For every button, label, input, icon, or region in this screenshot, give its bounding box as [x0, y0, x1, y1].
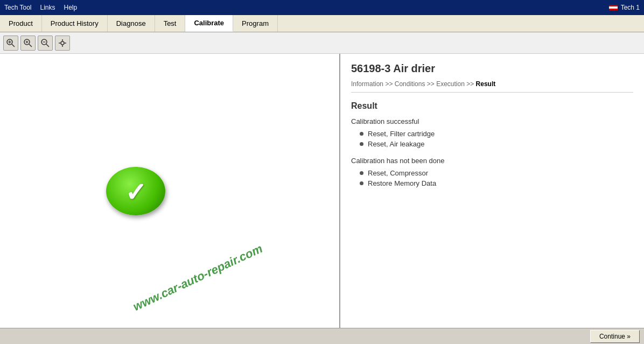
calibration-successful-label: Calibration successful — [351, 117, 633, 125]
menu-tech-tool[interactable]: Tech Tool — [4, 4, 31, 11]
left-panel: ✓ www.car-auto-repair.com — [0, 54, 340, 328]
watermark: www.car-auto-repair.com — [131, 242, 264, 314]
svg-point-11 — [61, 41, 64, 45]
menu-help[interactable]: Help — [64, 4, 78, 11]
breadcrumb-sep-3: >> — [466, 80, 475, 88]
breadcrumb-current: Result — [476, 80, 496, 88]
title-bar-right: Tech 1 — [609, 4, 640, 11]
list-item: Restore Memory Data — [360, 179, 633, 187]
checkmark-container: ✓ — [106, 167, 165, 215]
item-label: Reset, Air leakage — [368, 140, 425, 148]
continue-button[interactable]: Continue » — [590, 330, 640, 343]
zoom-in-icon — [23, 38, 33, 48]
zoom-in-button[interactable] — [20, 36, 36, 51]
panel-title: 56198-3 Air drier — [351, 62, 633, 75]
nav-test[interactable]: Test — [155, 15, 186, 32]
breadcrumb-step-2: Conditions — [395, 80, 425, 88]
bullet-dot-icon — [360, 142, 363, 146]
main-content: ✓ www.car-auto-repair.com 56198-3 Air dr… — [0, 54, 644, 328]
breadcrumb-sep-1: >> — [385, 80, 394, 88]
breadcrumb-step-3: Execution — [436, 80, 465, 88]
section-heading: Result — [351, 101, 633, 111]
zoom-fit-icon — [6, 38, 16, 48]
list-item: Reset, Filter cartridge — [360, 130, 633, 138]
checkmark-circle: ✓ — [106, 167, 165, 215]
svg-line-1 — [12, 44, 15, 47]
nav-calibrate[interactable]: Calibrate — [185, 15, 233, 32]
list-item: Reset, Compressor — [360, 169, 633, 177]
svg-line-9 — [46, 44, 49, 47]
nav-diagnose[interactable]: Diagnose — [108, 15, 155, 32]
zoom-out-icon — [40, 38, 50, 48]
menu-links[interactable]: Links — [40, 4, 55, 11]
bullet-dot-icon — [360, 181, 363, 185]
item-label: Restore Memory Data — [368, 179, 436, 187]
checkmark-symbol: ✓ — [125, 177, 146, 207]
not-done-label: Calibration has not been done — [351, 157, 633, 165]
zoom-fit-button[interactable] — [3, 36, 18, 51]
bullet-dot-icon — [360, 132, 363, 136]
not-done-items-list: Reset, Compressor Restore Memory Data — [351, 169, 633, 187]
successful-items-list: Reset, Filter cartridge Reset, Air leaka… — [351, 130, 633, 148]
flag-icon — [609, 5, 618, 10]
nav-program[interactable]: Program — [233, 15, 278, 32]
breadcrumb: Information >> Conditions >> Execution >… — [351, 80, 633, 93]
svg-line-5 — [29, 44, 32, 47]
bullet-dot-icon — [360, 171, 363, 175]
status-bar: Continue » — [0, 328, 644, 344]
right-panel: 56198-3 Air drier Information >> Conditi… — [340, 54, 644, 328]
item-label: Reset, Compressor — [368, 169, 428, 177]
nav-product-history[interactable]: Product History — [42, 15, 108, 32]
breadcrumb-sep-2: >> — [427, 80, 436, 88]
item-label: Reset, Filter cartridge — [368, 130, 435, 138]
nav-bar: Product Product History Diagnose Test Ca… — [0, 15, 644, 32]
nav-product[interactable]: Product — [0, 15, 42, 32]
tech-label: Tech 1 — [621, 4, 640, 11]
breadcrumb-step-1: Information — [351, 80, 383, 88]
title-bar-menus: Tech Tool Links Help — [4, 4, 77, 11]
zoom-out-button[interactable] — [38, 36, 53, 51]
list-item: Reset, Air leakage — [360, 140, 633, 148]
title-bar: Tech Tool Links Help Tech 1 — [0, 0, 644, 15]
pan-button[interactable] — [55, 36, 70, 51]
pan-icon — [58, 38, 67, 48]
toolbar — [0, 32, 644, 54]
